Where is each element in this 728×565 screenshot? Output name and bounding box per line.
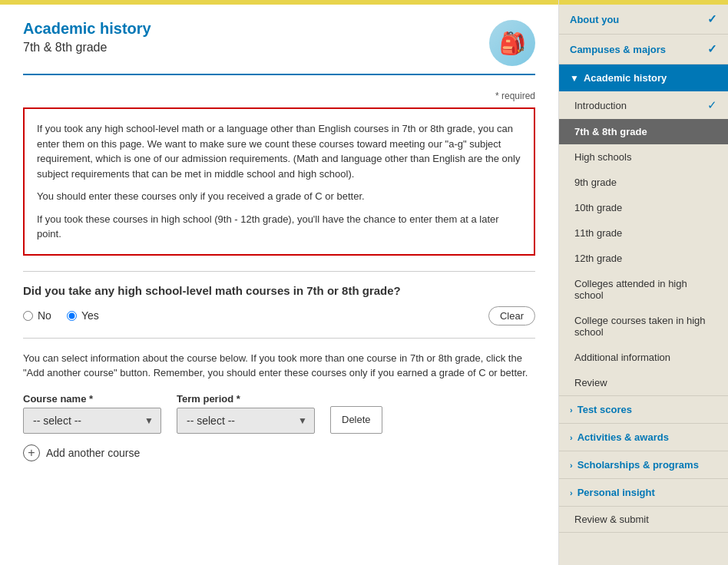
sidebar-12th-grade-label: 12th grade xyxy=(574,253,622,264)
delete-button[interactable]: Delete xyxy=(330,406,382,434)
sidebar-chevron-activities-icon: › xyxy=(570,433,573,442)
sidebar-sub-item-introduction[interactable]: Introduction ✓ xyxy=(559,91,728,119)
sidebar-11th-grade-label: 11th grade xyxy=(574,227,622,239)
sidebar-7th-8th-grade-label: 7th & 8th grade xyxy=(574,126,647,137)
sidebar-section-scholarships: › Scholarships & programs xyxy=(559,451,728,479)
sidebar-section-about-you: About you ✓ xyxy=(559,5,728,35)
question-label: Did you take any high school-level math … xyxy=(23,284,535,297)
course-name-select[interactable]: -- select -- xyxy=(23,408,161,434)
sidebar-colleges-attended-label: Colleges attended in high school xyxy=(574,278,717,301)
sidebar-additional-info-label: Additional information xyxy=(574,352,670,363)
sidebar-item-review-submit[interactable]: Review & submit xyxy=(559,507,728,532)
sidebar-campuses-label: Campuses & majors xyxy=(570,44,666,55)
page-title: Academic history xyxy=(23,20,151,38)
sidebar-item-personal-insight[interactable]: › Personal insight xyxy=(559,479,728,506)
course-name-label: Course name * xyxy=(23,393,161,405)
sidebar-introduction-check-icon: ✓ xyxy=(707,98,717,112)
divider-2 xyxy=(23,338,535,339)
sidebar-item-campuses[interactable]: Campuses & majors ✓ xyxy=(559,35,728,64)
info-paragraph-1: If you took any high school-level math o… xyxy=(37,121,521,181)
sidebar-sub-item-10th-grade[interactable]: 10th grade xyxy=(559,195,728,220)
sidebar-review-label: Review xyxy=(574,377,607,388)
sidebar-introduction-label: Introduction xyxy=(574,100,627,111)
sidebar-9th-grade-label: 9th grade xyxy=(574,177,617,188)
sidebar-test-scores-label: Test scores xyxy=(577,404,717,415)
page-icon: 🎒 xyxy=(489,20,535,66)
radio-no-label: No xyxy=(38,309,51,322)
radio-no-input[interactable] xyxy=(23,311,33,321)
sidebar-section-academic-history: ▼ Academic history Introduction ✓ 7th & … xyxy=(559,64,728,396)
sidebar-sub-item-high-schools[interactable]: High schools xyxy=(559,144,728,170)
sidebar-section-activities: › Activities & awards xyxy=(559,424,728,451)
sidebar-personal-insight-label: Personal insight xyxy=(577,487,717,498)
sidebar-item-activities[interactable]: › Activities & awards xyxy=(559,424,728,451)
course-name-select-wrapper: -- select -- ▼ xyxy=(23,408,161,434)
sidebar-chevron-scholarships-icon: › xyxy=(570,461,573,470)
sidebar-sub-item-colleges-attended[interactable]: Colleges attended in high school xyxy=(559,271,728,308)
radio-group: No Yes xyxy=(23,309,99,322)
info-paragraph-2: You should enter these courses only if y… xyxy=(37,189,521,204)
sidebar-section-review-submit: Review & submit xyxy=(559,507,728,533)
sidebar-academic-history-label: Academic history xyxy=(584,72,717,84)
sidebar-about-you-label: About you xyxy=(570,14,619,25)
radio-yes[interactable]: Yes xyxy=(67,309,99,322)
sidebar-chevron-test-scores-icon: › xyxy=(570,405,573,415)
sidebar-10th-grade-label: 10th grade xyxy=(574,202,622,213)
main-content: Academic history 7th & 8th grade 🎒 * req… xyxy=(0,0,559,565)
term-period-select-wrapper: -- select -- ▼ xyxy=(177,408,315,434)
sidebar-item-academic-history[interactable]: ▼ Academic history xyxy=(559,64,728,91)
divider-1 xyxy=(23,271,535,272)
sidebar-high-schools-label: High schools xyxy=(574,151,631,163)
course-name-group: Course name * -- select -- ▼ xyxy=(23,393,161,434)
sidebar-sub-item-9th-grade[interactable]: 9th grade xyxy=(559,170,728,195)
sidebar-college-courses-label: College courses taken in high school xyxy=(574,315,717,338)
course-form: Course name * -- select -- ▼ Term period… xyxy=(23,393,535,464)
term-period-select[interactable]: -- select -- xyxy=(177,408,315,434)
sidebar-about-you-check-icon: ✓ xyxy=(707,12,717,26)
add-course-label: Add another course xyxy=(46,447,140,459)
info-text: You can select information about the cou… xyxy=(23,351,535,381)
sidebar-review-submit-label: Review & submit xyxy=(574,514,649,525)
info-paragraph-3: If you took these courses in high school… xyxy=(37,212,521,242)
sidebar-sub-item-7th-8th-grade[interactable]: 7th & 8th grade xyxy=(559,119,728,144)
sidebar-section-personal-insight: › Personal insight xyxy=(559,479,728,507)
clear-button[interactable]: Clear xyxy=(488,306,535,325)
sidebar-sub-item-12th-grade[interactable]: 12th grade xyxy=(559,246,728,271)
sidebar-campuses-check-icon: ✓ xyxy=(707,42,717,56)
sidebar-sub-item-college-courses[interactable]: College courses taken in high school xyxy=(559,308,728,345)
page-title-section: Academic history 7th & 8th grade xyxy=(23,20,151,55)
sidebar-sub-item-review[interactable]: Review xyxy=(559,370,728,395)
sidebar-section-campuses: Campuses & majors ✓ xyxy=(559,35,728,64)
sidebar: About you ✓ Campuses & majors ✓ ▼ Academ… xyxy=(559,0,728,565)
sidebar-sub-item-11th-grade[interactable]: 11th grade xyxy=(559,220,728,246)
info-box: If you took any high school-level math o… xyxy=(23,107,535,256)
term-period-group: Term period * -- select -- ▼ xyxy=(177,393,315,434)
page-header: Academic history 7th & 8th grade 🎒 xyxy=(23,20,535,75)
sidebar-item-test-scores[interactable]: › Test scores xyxy=(559,396,728,423)
question-section: Did you take any high school-level math … xyxy=(23,284,535,325)
term-period-label: Term period * xyxy=(177,393,315,405)
sidebar-item-scholarships[interactable]: › Scholarships & programs xyxy=(559,451,728,478)
form-row: Course name * -- select -- ▼ Term period… xyxy=(23,393,535,434)
radio-yes-input[interactable] xyxy=(67,311,77,321)
sidebar-section-test-scores: › Test scores xyxy=(559,396,728,424)
add-course-button[interactable]: + Add another course xyxy=(23,441,140,464)
radio-no[interactable]: No xyxy=(23,309,51,322)
required-note: * required xyxy=(23,91,535,101)
page-subtitle: 7th & 8th grade xyxy=(23,41,151,55)
sidebar-sub-item-additional-info[interactable]: Additional information xyxy=(559,345,728,370)
sidebar-item-about-you[interactable]: About you ✓ xyxy=(559,5,728,34)
radio-yes-label: Yes xyxy=(81,309,99,322)
sidebar-scholarships-label: Scholarships & programs xyxy=(577,459,717,471)
sidebar-chevron-personal-insight-icon: › xyxy=(570,488,573,497)
sidebar-activities-label: Activities & awards xyxy=(577,431,717,443)
add-icon: + xyxy=(23,444,40,461)
radio-clear-row: No Yes Clear xyxy=(23,306,535,325)
sidebar-academic-history-chevron-icon: ▼ xyxy=(570,73,579,84)
